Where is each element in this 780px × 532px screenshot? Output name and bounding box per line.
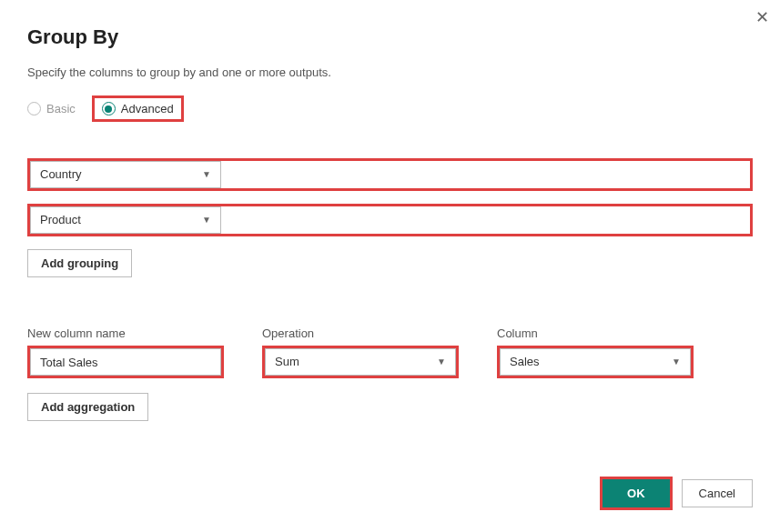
operation-label: Operation [262,326,459,340]
add-grouping-button[interactable]: Add grouping [27,249,132,277]
aggregation-row: New column name Operation Sum ▼ Column S… [27,326,753,378]
radio-icon [27,102,41,115]
group-column-dropdown-1[interactable]: Product ▼ [30,206,221,234]
radio-icon [102,102,116,115]
aggregation-section: New column name Operation Sum ▼ Column S… [27,326,753,421]
cancel-button[interactable]: Cancel [682,479,753,507]
ok-button[interactable]: OK [603,479,670,507]
column-label: Column [497,326,694,340]
operation-dropdown[interactable]: Sum ▼ [265,348,456,376]
mode-selector: Basic Advanced [27,95,753,122]
radio-advanced-label: Advanced [121,102,174,115]
highlight-group-col-0: Country ▼ [27,158,753,191]
new-column-name-label: New column name [27,326,224,340]
highlight-advanced: Advanced [92,95,184,122]
group-column-dropdown-0[interactable]: Country ▼ [30,161,221,188]
highlight-group-col-1: Product ▼ [27,204,753,236]
group-columns: Country ▼ Product ▼ [27,158,753,236]
radio-basic-label: Basic [46,102,76,115]
close-icon[interactable]: ✕ [755,7,769,27]
dialog-subtitle: Specify the columns to group by and one … [27,65,753,79]
dialog-title: Group By [27,25,753,49]
highlight-new-column [27,346,224,378]
radio-basic[interactable]: Basic [27,102,76,115]
dialog-footer: OK Cancel [600,477,753,510]
highlight-column: Sales ▼ [497,346,694,378]
column-dropdown[interactable]: Sales ▼ [500,348,691,376]
radio-advanced[interactable]: Advanced [102,102,174,115]
highlight-operation: Sum ▼ [262,346,459,378]
highlight-ok: OK [600,477,673,510]
add-aggregation-button[interactable]: Add aggregation [27,393,148,421]
new-column-name-input[interactable] [30,348,221,376]
